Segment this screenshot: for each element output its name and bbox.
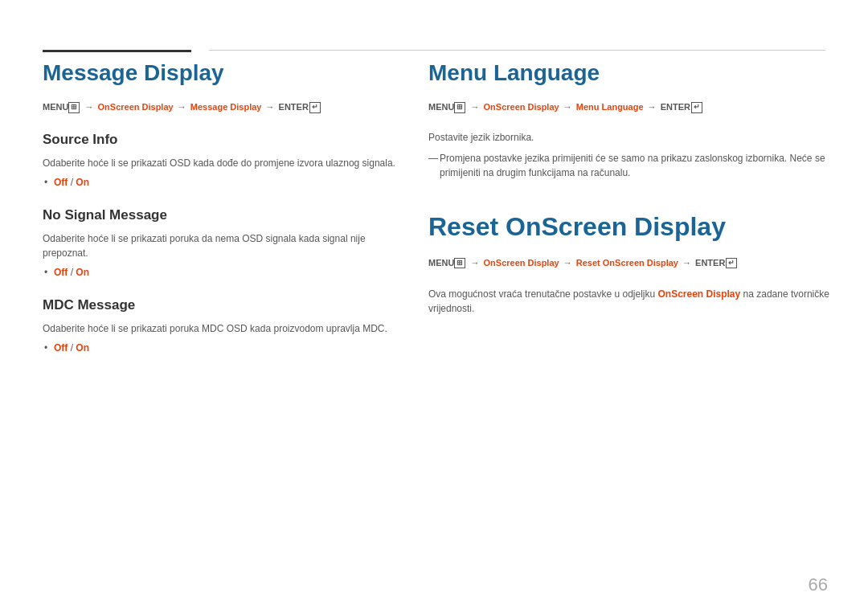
menu-language-title: Menu Language — [428, 60, 830, 86]
mdc-message-description: Odaberite hoće li se prikazati poruka MD… — [43, 321, 396, 336]
ml-arrow1: → — [470, 102, 481, 112]
divider-right — [209, 50, 825, 51]
breadcrumb-onscreen: OnScreen Display — [98, 102, 174, 112]
no-signal-off: Off — [54, 267, 68, 278]
reset-breadcrumb-reset: Reset OnScreen Display — [576, 258, 678, 268]
ml-enter-icon: ↵ — [691, 102, 702, 113]
reset-menu-icon: ⊞ — [454, 258, 465, 269]
language-note: Promjena postavke jezika primijeniti će … — [428, 151, 830, 180]
reset-description: Ova mogućnost vraća trenutačne postavke … — [428, 287, 830, 316]
ml-arrow3: → — [648, 102, 659, 112]
menu-label: MENU — [43, 102, 68, 112]
source-info-description: Odaberite hoće li se prikazati OSD kada … — [43, 156, 396, 170]
arrow3: → — [266, 102, 277, 112]
source-info-on: On — [76, 177, 89, 188]
reset-arrow3: → — [682, 258, 694, 268]
mdc-message-section: MDC Message Odaberite hoće li se prikaza… — [43, 297, 396, 353]
reset-title: Reset OnScreen Display — [428, 212, 830, 242]
reset-enter-icon: ↵ — [726, 258, 737, 269]
message-display-breadcrumb: MENU⊞ → OnScreen Display → Message Displ… — [43, 100, 396, 114]
postavite-text: Postavite jezik izbornika. — [428, 132, 830, 143]
source-info-off: Off — [54, 177, 68, 188]
reset-menu-label: MENU — [428, 258, 454, 268]
reset-highlight: OnScreen Display — [658, 288, 741, 300]
source-info-option: Off / On — [43, 177, 396, 188]
mdc-separator: / — [68, 342, 76, 353]
reset-enter-label: ENTER — [695, 258, 725, 268]
no-signal-section: No Signal Message Odaberite hoće li se p… — [43, 207, 396, 278]
left-column: Message Display MENU⊞ → OnScreen Display… — [43, 60, 396, 373]
reset-section: Reset OnScreen Display MENU⊞ → OnScreen … — [428, 212, 830, 317]
mdc-message-title: MDC Message — [43, 297, 396, 313]
enter-icon: ↵ — [309, 102, 321, 113]
mdc-on: On — [76, 342, 89, 353]
mdc-message-option: Off / On — [43, 342, 396, 353]
ml-breadcrumb-onscreen: OnScreen Display — [484, 102, 559, 112]
no-signal-title: No Signal Message — [43, 207, 396, 223]
ml-menu-icon: ⊞ — [454, 102, 465, 113]
enter-label: ENTER — [279, 102, 309, 112]
source-info-title: Source Info — [43, 132, 396, 148]
source-info-section: Source Info Odaberite hoće li se prikaza… — [43, 132, 396, 188]
reset-arrow2: → — [563, 258, 575, 268]
divider-left — [43, 50, 191, 52]
menu-icon: ⊞ — [68, 102, 80, 113]
breadcrumb-message-display: Message Display — [190, 102, 262, 112]
menu-language-section: Menu Language MENU⊞ → OnScreen Display →… — [428, 60, 830, 180]
ml-menu-label: MENU — [428, 102, 454, 112]
page: Message Display MENU⊞ → OnScreen Display… — [0, 0, 868, 613]
no-signal-description: Odaberite hoće li se prikazati poruka da… — [43, 231, 396, 260]
arrow2: → — [178, 102, 189, 112]
reset-breadcrumb-onscreen: OnScreen Display — [484, 258, 559, 268]
no-signal-on: On — [76, 267, 89, 278]
ml-enter-label: ENTER — [661, 102, 690, 112]
reset-desc-before: Ova mogućnost vraća trenutačne postavke … — [428, 288, 658, 300]
no-signal-option: Off / On — [43, 267, 396, 278]
mdc-off: Off — [54, 342, 68, 353]
menu-language-breadcrumb: MENU⊞ → OnScreen Display → Menu Language… — [428, 100, 830, 114]
message-display-title: Message Display — [43, 60, 396, 86]
source-info-separator: / — [68, 177, 76, 188]
reset-arrow1: → — [470, 258, 481, 268]
reset-breadcrumb: MENU⊞ → OnScreen Display → Reset OnScree… — [428, 256, 830, 270]
no-signal-separator: / — [68, 267, 76, 278]
right-column: Menu Language MENU⊞ → OnScreen Display →… — [428, 60, 830, 335]
page-number: 66 — [809, 574, 828, 595]
ml-arrow2: → — [563, 102, 575, 112]
arrow1: → — [84, 102, 96, 112]
ml-breadcrumb-lang: Menu Language — [576, 102, 644, 112]
